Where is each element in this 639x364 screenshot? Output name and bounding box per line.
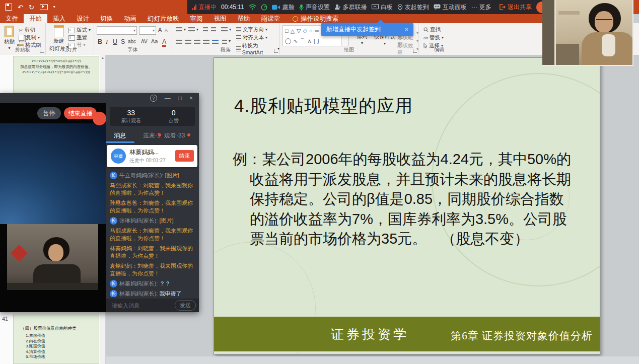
chat-message: 孙懋森爸爸：刘晓蕾，我来围观你的直播啦，为你点赞！ — [110, 199, 195, 214]
thumbnail-formula-slide[interactable]: V∞=Vₜ(1/(1+r)ᵗ)+D∞/((r-g)(1+r)ᵗ) 加总这两部分现… — [13, 56, 99, 93]
bold-button[interactable]: B — [98, 38, 102, 45]
italic-button[interactable]: I — [106, 38, 108, 46]
slide-title[interactable]: 4.股利贴现模型的应用 — [234, 94, 413, 118]
scroll-up-icon[interactable]: ▲ — [100, 55, 105, 61]
tab-slideshow[interactable]: 幻灯片放映 — [142, 14, 185, 23]
chat-input[interactable] — [106, 302, 175, 309]
line-spacing-icon — [221, 27, 228, 32]
thumbnail-slide-41[interactable]: （四）股票价值及价格的种类 1.票面价值 2.内在价值 3.账面价值 4.清算价… — [13, 314, 99, 364]
chat-message: 长林蓁妈妈(家长): ？？ — [110, 280, 195, 287]
maximize-icon[interactable]: □ — [178, 95, 182, 102]
numbering-button[interactable]: ▾ — [188, 27, 198, 32]
minimize-icon[interactable]: — — [165, 95, 171, 102]
notification-close-icon[interactable]: × — [404, 26, 408, 33]
slide-canvas[interactable]: 4.股利贴现模型的应用 例：某公司2006年的每股收益为4.24元，其中50%的… — [214, 57, 600, 354]
layout-icon — [68, 28, 75, 33]
stream-toolbar: 直播中 00:45:11 露脸 声音设置 多群联播 白板 发起签到 — [187, 0, 543, 14]
increase-indent-button[interactable] — [211, 27, 216, 32]
character-spacing-button[interactable]: AV — [141, 39, 148, 44]
bullets-button[interactable]: ▾ — [176, 27, 186, 32]
send-button[interactable]: 发送 — [175, 300, 196, 311]
underline-button[interactable]: U — [113, 38, 117, 45]
tab-file[interactable]: 文件 — [0, 14, 24, 23]
group-label-slides: 幻灯片 — [45, 46, 94, 53]
tab-review[interactable]: 审阅 — [185, 14, 208, 23]
align-right-icon — [194, 39, 200, 44]
line-spacing-button[interactable]: ▾ — [221, 27, 231, 32]
cut-button[interactable]: ✂ 剪切 — [19, 27, 35, 34]
message-text: 马熙成家长：刘晓蕾，我来围观你的直播啦，为你点赞！ — [110, 228, 193, 241]
strikethrough-button[interactable]: abc — [128, 39, 136, 44]
align-text-button[interactable]: 对齐文本▾ — [236, 34, 267, 41]
exit-share-button[interactable]: 退出共享 — [499, 3, 532, 12]
align-center-button[interactable] — [185, 39, 191, 44]
performance-gauge-icon[interactable] — [261, 4, 267, 11]
align-right-button[interactable] — [194, 39, 200, 44]
shrink-font-button[interactable]: A — [165, 28, 168, 33]
chevron-down-icon: ▾ — [265, 36, 267, 40]
chat-message-list[interactable]: 长牛立奇妈妈(家长): [图片] 马熙成家长：刘晓蕾，我来围观你的直播啦，为你点… — [106, 170, 199, 297]
undo-icon[interactable]: ↶ — [18, 4, 23, 11]
multicast[interactable]: 多群联播 — [334, 3, 367, 12]
slide-body-text[interactable]: 例：某公司2006年的每股收益为4.24元，其中50%的收益将用于派发股息，并且… — [233, 150, 572, 249]
tell-me-search[interactable]: 操作说明搜索 — [293, 14, 338, 23]
group-editing: 查找 ab 替换 ▾ 选择 ▾ 编辑 — [418, 23, 460, 54]
save-icon[interactable] — [5, 4, 12, 11]
likes-stat: 0 点赞 — [153, 107, 195, 126]
align-left-button[interactable] — [176, 39, 182, 44]
find-button[interactable]: 查找 — [423, 26, 441, 33]
columns-button[interactable]: ▾ — [222, 39, 231, 44]
tab-messages[interactable]: 消息 — [114, 131, 126, 140]
shape-icons-row2[interactable]: ◯∿⌒∧{} — [283, 36, 348, 46]
copy-button[interactable]: 复制 ▾ — [19, 34, 40, 41]
end-stream-button[interactable]: 结束直播 — [64, 107, 97, 119]
tab-help[interactable]: 帮助 — [232, 14, 256, 23]
shadow-button[interactable]: S — [121, 38, 125, 45]
redo-icon[interactable]: ↻ — [29, 4, 34, 11]
audio-settings-label: 声音设置 — [306, 3, 330, 12]
customize-qat-caret-icon[interactable]: ▾ — [53, 5, 55, 9]
presenter-webcam-preview[interactable] — [7, 224, 98, 290]
tab-insert[interactable]: 插入 — [47, 14, 71, 23]
mic-user-name: 林蓁妈妈... — [129, 148, 159, 157]
font-color-button[interactable]: A — [162, 38, 166, 47]
change-case-button[interactable]: Aa — [151, 38, 158, 44]
tab-home[interactable]: 开始 — [24, 14, 47, 23]
help-icon[interactable]: ? — [150, 95, 157, 102]
font-name-select[interactable]: ▾ — [97, 26, 137, 35]
decrease-indent-button[interactable] — [203, 27, 208, 32]
slideshow-icon[interactable] — [40, 4, 48, 10]
text-direction-button[interactable]: 文字方向▾ — [236, 26, 267, 33]
signal-bars-icon — [192, 5, 196, 10]
grow-font-button[interactable]: A — [158, 27, 162, 33]
pause-stream-button[interactable]: 暂停 — [37, 107, 61, 119]
layout-button[interactable]: 版式 ▾ — [68, 27, 91, 34]
end-mic-button[interactable]: 结束 — [175, 150, 194, 162]
distribute-button[interactable] — [212, 39, 219, 44]
tab-design[interactable]: 设计 — [71, 14, 95, 23]
whiteboard[interactable]: 白板 — [372, 3, 393, 12]
presenter-webcam-overlay[interactable] — [542, 0, 633, 66]
justify-button[interactable] — [203, 39, 209, 44]
message-text: 马熙成家长：刘晓蕾，我来围观你的直播啦，为你点赞！ — [110, 182, 193, 196]
more-menu[interactable]: ··· 更多 — [471, 3, 491, 12]
tab-animations[interactable]: 动画 — [118, 14, 142, 23]
tab-watching[interactable]: 观看·33 — [164, 131, 185, 140]
tab-view[interactable]: 视图 — [208, 14, 232, 23]
camera-toggle[interactable]: 露脸 — [272, 3, 295, 12]
close-icon[interactable]: × — [189, 95, 193, 102]
reset-button[interactable]: 重置 — [68, 34, 87, 41]
cut-label: 剪切 — [25, 27, 35, 34]
chat-tabs: 消息 连麦·1 观看·33 — [106, 129, 199, 142]
group-clipboard: 粘贴 ▾ ✂ 剪切 复制 ▾ 格式刷 剪贴板 — [0, 23, 46, 54]
replace-button[interactable]: ab 替换 ▾ — [423, 34, 444, 41]
start-signin[interactable]: 发起签到 — [397, 3, 429, 12]
chat-message: 长林蓁妈妈(家长): 我申请了 — [110, 290, 195, 297]
tab-transitions[interactable]: 切换 — [95, 14, 118, 23]
font-size-select[interactable]: ▾ — [139, 26, 156, 35]
audio-settings[interactable]: 声音设置 — [299, 3, 330, 12]
message-text: ？？ — [159, 280, 170, 286]
tab-rain-classroom[interactable]: 雨课堂 — [256, 14, 286, 23]
quick-access-toolbar: ↶ ↻ ▾ — [5, 0, 55, 14]
interactive-panel[interactable]: 互动面板 — [434, 3, 467, 12]
